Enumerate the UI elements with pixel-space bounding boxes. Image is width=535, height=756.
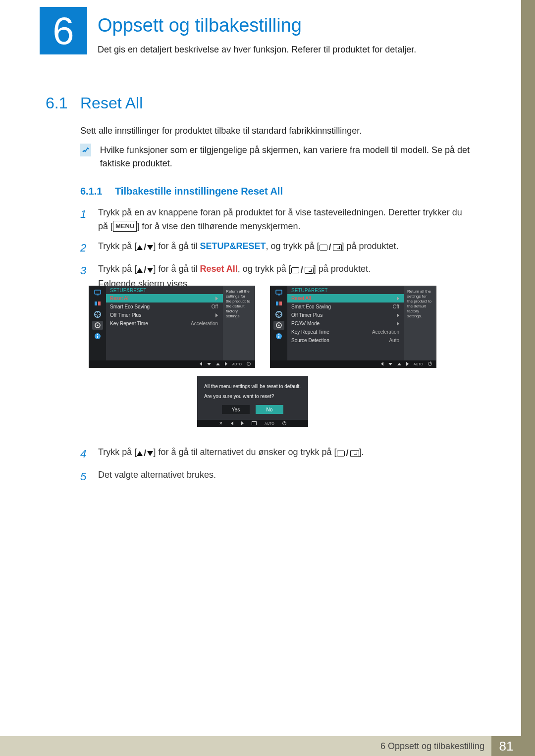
right-arrow-icon [241,421,244,425]
menu-tag: MENU [113,221,137,232]
svg-rect-10 [278,295,280,296]
step-3-text-c: , og trykk på [ [238,264,291,274]
confirm-text-1: All the menu settings will be reset to d… [204,383,301,390]
osd-footer: AUTO [89,360,255,367]
osd-menu-item[interactable]: Reset All [106,294,223,302]
osd-item-value: Auto [389,338,399,343]
left-arrow-icon [231,421,233,425]
brightness-icon [273,288,284,297]
step-number: 1 [80,206,89,234]
page-footer: 6 Oppsett og tilbakestilling 81 [0,736,535,756]
info-icon [273,332,284,341]
square-enter-icon: / [337,447,359,460]
section-title: Reset All [80,94,143,112]
osd-center: SETUP&RESET Reset AllSmart Eco SavingOff… [287,286,404,360]
display-icon [92,310,103,319]
osd-menu-item[interactable]: Key Repeat TimeAcceleration [287,328,404,336]
svg-rect-3 [98,302,101,305]
right-arrow-icon [406,362,409,366]
osd-item-label: Reset All [291,296,311,301]
svg-rect-17 [278,334,279,335]
osd-item-label: Off Timer Plus [110,312,141,318]
osd-menu-item[interactable]: Off Timer Plus [287,311,404,319]
down-arrow-icon [207,363,211,365]
setup-icon [273,321,284,330]
left-arrow-icon [200,362,202,366]
svg-point-14 [278,325,280,326]
confirm-dialog: All the menu settings will be reset to d… [197,376,308,427]
step-5-text: Det valgte alternativet brukes. [98,468,216,485]
power-icon [247,362,251,366]
setup-reset-label: SETUP&RESET [200,241,266,251]
info-icon [92,332,103,341]
osd-item-value: Off [212,304,218,309]
osd-menu-item[interactable]: Key Repeat TimeAcceleration [106,319,223,328]
close-icon: ✕ [219,421,223,426]
confirm-footer: ✕ AUTO [197,420,308,427]
osd-center: SETUP&RESET Reset AllSmart Eco SavingOff… [106,286,223,360]
up-down-icon: / [137,263,153,277]
step-2-text-d: ] på produktet. [342,241,399,251]
svg-rect-9 [276,290,282,294]
osd-footer: AUTO [270,360,436,367]
svg-rect-12 [279,302,282,305]
osd-menu-left: SETUP&RESET Reset AllSmart Eco SavingOff… [89,286,255,367]
osd-item-label: PC/AV Mode [291,321,320,326]
picture-icon [92,299,103,308]
up-arrow-icon [216,363,220,365]
osd-item-label: Key Repeat Time [291,329,329,335]
chevron-right-icon [397,313,399,317]
brightness-icon [92,288,103,297]
auto-label: AUTO [265,422,274,425]
step-4-text-c: ]. [359,447,364,457]
setup-icon [92,321,103,330]
chevron-right-icon [397,322,399,326]
right-arrow-icon [225,362,227,366]
osd-item-label: Smart Eco Saving [110,304,150,309]
step-4-text-a: Trykk på [ [98,447,137,457]
osd-screenshots: SETUP&RESET Reset AllSmart Eco SavingOff… [89,286,436,367]
footer-text: 6 Oppsett og tilbakestilling [0,736,491,756]
chevron-right-icon [215,297,218,301]
yes-button[interactable]: Yes [222,405,250,414]
osd-header: SETUP&RESET [287,286,404,294]
step-number: 3 [80,262,89,291]
osd-item-value: Off [393,304,399,309]
up-down-icon: / [137,447,153,460]
osd-description: Return all the settings for the product … [223,286,255,360]
osd-item-label: Key Repeat Time [110,321,148,326]
osd-item-label: Reset All [110,296,129,301]
svg-point-5 [97,325,99,326]
osd-menu-item[interactable]: PC/AV Mode [287,319,404,328]
power-icon [282,421,286,425]
osd-icon-column [270,286,287,360]
svg-rect-0 [95,290,101,294]
osd-item-label: Smart Eco Saving [291,304,331,309]
section-body: Sett alle innstillinger for produktet ti… [80,126,362,136]
chapter-title: Oppsett og tilbakestilling [98,15,302,36]
osd-menu-item[interactable]: Source DetectionAuto [287,336,404,345]
step-1: 1 Trykk på en av knappene foran på produ… [80,206,472,234]
enter-icon [252,421,257,425]
confirm-text-2: Are you sure you want to reset? [204,393,301,400]
step-number: 4 [80,446,89,462]
svg-rect-2 [95,302,97,305]
svg-rect-11 [276,302,278,305]
step-2-text-c: , og trykk på [ [266,241,319,251]
step-4-text-b: ] for å gå til alternativet du ønsker og… [153,447,336,457]
svg-rect-7 [97,336,98,338]
up-down-icon: / [137,241,153,254]
chapter-number-block: 6 [40,7,87,54]
no-button[interactable]: No [256,405,283,414]
steps-list: 1 Trykk på en av knappene foran på produ… [80,206,472,297]
osd-menu-item[interactable]: Reset All [287,294,404,302]
osd-menu-item[interactable]: Off Timer Plus [106,311,223,319]
step-2-text-a: Trykk på [ [98,241,137,251]
osd-menu-item[interactable]: Smart Eco SavingOff [287,302,404,311]
osd-menu-item[interactable]: Smart Eco SavingOff [106,302,223,311]
auto-label: AUTO [232,362,242,366]
chapter-number: 6 [53,11,74,50]
osd-item-value: Acceleration [191,321,218,326]
step-5: 5 Det valgte alternativet brukes. [80,468,472,485]
page-number: 81 [491,736,521,756]
